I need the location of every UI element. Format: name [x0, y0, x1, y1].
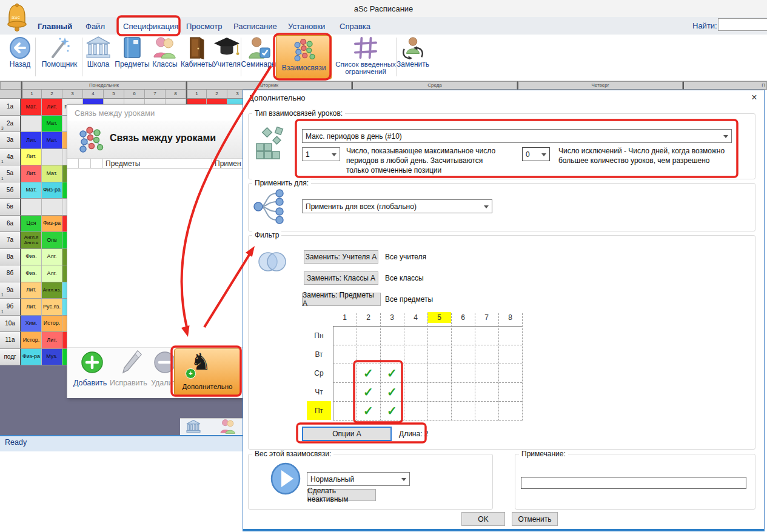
lesson-cell[interactable]: Англ.я Англ.я [21, 232, 42, 249]
lesson-cell[interactable]: Алг. [42, 265, 62, 282]
lesson-cell[interactable]: Физ-ра [21, 349, 42, 365]
apply-scope-select[interactable]: Применить для всех (глобально) [302, 199, 492, 213]
grid-col-header[interactable]: 1 [333, 312, 357, 323]
class-row-label[interactable]: 9б1 [0, 299, 21, 316]
column-header-subjects[interactable]: Предметы [106, 159, 140, 168]
grid-row-header-highlighted[interactable]: Пт [307, 401, 331, 420]
class-row-label[interactable]: 9а1 [0, 282, 21, 299]
lesson-cell[interactable]: Мат. [42, 116, 62, 132]
rooms-button[interactable]: Кабинеты [181, 36, 213, 68]
links-button-active[interactable]: Взаимосвязи [276, 35, 332, 79]
grid-row-header[interactable]: Ср [307, 364, 331, 382]
check-icon[interactable]: ✓ [380, 401, 404, 420]
check-icon[interactable]: ✓ [357, 401, 380, 420]
back-button[interactable]: Назад [6, 36, 34, 68]
class-row-label[interactable]: 5в [0, 199, 21, 216]
class-row-label[interactable]: 3а [0, 132, 21, 149]
check-icon[interactable]: ✓ [380, 382, 404, 401]
lesson-cell[interactable]: Физ. [21, 265, 42, 282]
options-a-button[interactable]: Опции А [302, 427, 392, 441]
check-icon[interactable]: ✓ [357, 364, 380, 382]
class-row-label[interactable]: 8а [0, 249, 21, 265]
class-row-label[interactable]: 4а1 [0, 149, 21, 165]
lesson-cell[interactable]: Цся [21, 216, 42, 232]
lesson-cell[interactable]: Лит. [42, 99, 62, 116]
edit-pencil-icon[interactable] [121, 350, 142, 375]
edit-button-disabled[interactable]: Исправить [110, 379, 147, 387]
grid-col-header[interactable]: 4 [404, 312, 427, 323]
menu-item-view[interactable]: Просмотр [186, 22, 222, 31]
grid-col-header[interactable]: 2 [357, 312, 380, 323]
count-select[interactable]: 1 [302, 147, 340, 161]
menu-item-main[interactable]: Главный [38, 22, 72, 31]
lesson-cell[interactable]: Физ-ра [42, 216, 62, 232]
classes-button[interactable]: Классы [150, 36, 179, 68]
asc-bell-logo-icon[interactable]: aSc [5, 2, 29, 33]
lesson-cell[interactable]: Лит. [42, 332, 62, 349]
lesson-cell[interactable]: Лит. [21, 282, 42, 299]
lesson-cell[interactable]: Англ.яз. [42, 282, 62, 299]
class-row-label[interactable]: 11а [0, 332, 21, 349]
grid-col-header[interactable]: 7 [475, 312, 498, 323]
lesson-cell[interactable]: Мат. [21, 182, 42, 199]
subjects-button[interactable]: Предметы [115, 36, 149, 68]
constraints-list-button[interactable]: Список введенных ограничений [332, 36, 399, 75]
lesson-cell[interactable]: Лит. [21, 165, 42, 182]
class-row-label[interactable]: 8б [0, 265, 21, 282]
menu-item-settings[interactable]: Установки [288, 22, 325, 31]
lesson-cell[interactable] [42, 149, 62, 165]
ok-button[interactable]: OK [461, 512, 505, 526]
lesson-cell[interactable]: Мат. [42, 165, 62, 182]
delete-minus-icon[interactable] [153, 351, 176, 374]
lesson-cell[interactable]: Мат. [42, 132, 62, 149]
grid-row-header[interactable]: Пн [307, 326, 331, 345]
lesson-cell[interactable]: Физ. [21, 249, 42, 265]
add-plus-icon[interactable] [81, 351, 104, 374]
note-input[interactable] [521, 477, 746, 489]
grid-col-header[interactable]: 3 [380, 312, 404, 323]
wizard-button[interactable]: Помощник [39, 36, 80, 68]
menu-item-file[interactable]: Файл [85, 22, 105, 31]
replace-subjects-button[interactable]: Заменить: Предметы А [302, 293, 381, 306]
replace-button[interactable]: Заменить [397, 36, 429, 68]
class-row-label[interactable]: 6а [0, 216, 21, 232]
class-row-label[interactable]: 5а1 [0, 165, 21, 182]
advanced-button[interactable]: ♞ + Дополнительно [174, 348, 241, 396]
grid-row-header[interactable]: Вт [307, 345, 331, 364]
grid-row-header[interactable]: Чт [307, 382, 331, 401]
replace-teachers-button[interactable]: Заменить: Учителя А [304, 250, 378, 264]
lesson-cell[interactable]: Алг. [42, 249, 62, 265]
lesson-cell[interactable] [21, 116, 42, 132]
grid-col-header[interactable]: 8 [498, 312, 522, 323]
lesson-cell[interactable]: Истор. [42, 316, 62, 332]
grid-col-header[interactable]: 6 [451, 312, 475, 323]
lesson-cell[interactable]: Рус.яз. [42, 299, 62, 316]
teachers-button[interactable]: Учителя [213, 36, 240, 68]
add-button[interactable]: Добавить [73, 379, 107, 387]
lesson-cell[interactable] [21, 199, 42, 216]
lesson-cell[interactable]: Лит. [21, 149, 42, 165]
menu-item-timetable[interactable]: Расписание [233, 22, 277, 31]
class-row-label[interactable]: 2а3 [0, 116, 21, 132]
cancel-button[interactable]: Отменить [512, 512, 558, 526]
replace-classes-button[interactable]: Заменить: Классы А [304, 271, 378, 285]
lesson-cell[interactable]: Лит. [21, 132, 42, 149]
class-row-label[interactable]: 10а [0, 316, 21, 332]
lesson-cell[interactable]: Мат. [21, 99, 42, 116]
seminars-button[interactable]: Семинары [243, 36, 275, 68]
lesson-cell[interactable]: Истор. [21, 332, 42, 349]
deactivate-button[interactable]: Сделать неактивным [307, 489, 376, 501]
link-type-select[interactable]: Макс. периодов в день (#10) [302, 129, 732, 143]
class-row-label[interactable]: 7а [0, 232, 21, 249]
lesson-cell[interactable]: Опв [42, 232, 62, 249]
lesson-cell[interactable]: Лит. [21, 299, 42, 316]
lesson-cell[interactable] [42, 199, 62, 216]
grid-col-header-highlighted[interactable]: 5 [427, 312, 451, 323]
school-button[interactable]: Школа [84, 36, 113, 68]
weight-select[interactable]: Нормальный [307, 472, 410, 486]
school-tab-icon[interactable] [186, 420, 201, 433]
class-row-label[interactable]: подг [0, 349, 21, 365]
exceptions-select[interactable]: 0 [522, 147, 550, 161]
check-icon[interactable]: ✓ [380, 364, 404, 382]
close-icon[interactable]: × [748, 91, 761, 104]
